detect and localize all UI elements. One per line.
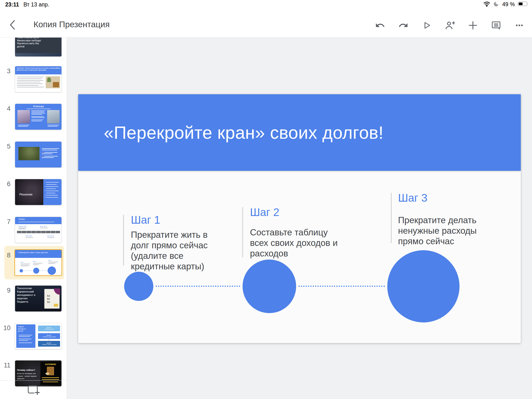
step3-label[interactable]: Шаг 3 <box>398 192 427 204</box>
sidebar-bottom-divider <box>0 380 67 380</box>
thumb4-title: Команда <box>15 105 62 108</box>
thumb11-line: пришло! <box>17 377 37 380</box>
step1-circle[interactable] <box>124 272 153 301</box>
thumb4-photo-left <box>18 110 30 123</box>
thumb10-box-1: ДИАЛОГ с близким кругом <box>38 326 60 331</box>
slide-thumbnail-8-selected[interactable]: «Перекройте кран» своих долгов! Шаг 1 Ша… <box>14 249 62 276</box>
slide-number-10: 10 <box>2 324 11 332</box>
back-button[interactable] <box>7 18 18 32</box>
slide-thumbnail-11[interactable]: Почему сейчас? Если ты читаешь эти строк… <box>15 360 62 386</box>
toolbar-actions <box>375 20 525 31</box>
slide-number-6: 6 <box>2 180 11 188</box>
thumb9-book-text: ka <box>47 294 50 297</box>
thumb10-box-2: ДИАЛОГ с банком и кредиторами <box>38 333 60 339</box>
step2-text[interactable]: Составьте таблицу всех своих доходов и р… <box>250 227 337 259</box>
thumb7-label: Июль 2021 <box>47 235 54 237</box>
slide-title-text: «Перекройте кран» своих долгов! <box>78 122 383 143</box>
thumb11-book <box>47 367 54 375</box>
thumb11-line: Если ты читаешь эти <box>17 373 37 375</box>
step3-text[interactable]: Прекратите делать ненужные расходы прямо… <box>398 215 477 247</box>
thumb10-left-panel: Модель выхода из долгов <box>16 324 35 348</box>
document-title: Копия Презентация <box>33 20 110 29</box>
thumb11-line: строки - значит время <box>17 375 37 378</box>
slide-thumbnail-4[interactable]: Команда <box>15 104 62 130</box>
overflow-menu-icon[interactable] <box>514 20 525 31</box>
thumb11-callout-panel: ЗАПОМНИ! <box>40 362 61 385</box>
slide-number-7: 7 <box>2 218 11 226</box>
thumb7-label: Январь 2021 <box>19 226 26 227</box>
slide-thumbnail-3[interactable]: Проблема: Объем плохих долгов по ипотеке… <box>15 66 62 92</box>
current-slide[interactable]: «Перекройте кран» своих долгов! Шаг 1 Пр… <box>78 94 521 343</box>
thumb4-photo-right <box>47 110 60 123</box>
slide-thumbnail-9[interactable]: Технологии: Кармический менеджмент и вед… <box>15 285 62 312</box>
battery-icon <box>518 1 529 8</box>
status-date: Вт 13 апр. <box>23 1 49 8</box>
share-add-person-icon[interactable] <box>444 20 455 31</box>
thumb9-line: ведение <box>17 297 35 300</box>
undo-icon[interactable] <box>375 20 386 31</box>
thumb8-circle-1 <box>20 269 23 272</box>
thumb8-circle-3 <box>48 266 56 275</box>
thumb2-line: Научиться жить без <box>17 42 41 45</box>
slide-number-4: 4 <box>2 105 11 112</box>
add-slide-button[interactable] <box>27 384 40 396</box>
thumb2-line: Финансовая свобода/ <box>17 39 41 42</box>
step1-label[interactable]: Шаг 1 <box>131 214 160 226</box>
header-divider <box>0 37 532 38</box>
thumb10-box-3: ДИАЛОГ с самим с собой и группой <box>38 341 60 347</box>
slide-filmstrip[interactable]: Наша главная цель: Финансовая свобода/ Н… <box>0 38 67 399</box>
slide-thumbnail-10[interactable]: Модель выхода из долгов ДИАЛОГ с близким… <box>15 323 62 349</box>
slide-thumbnail-2[interactable]: Наша главная цель: Финансовая свобода/ Н… <box>15 38 62 57</box>
comments-icon[interactable] <box>491 20 502 31</box>
wifi-icon <box>483 1 490 8</box>
thumb10-title: Модель выхода из долгов <box>16 324 35 333</box>
thumb7-month-strip <box>17 231 60 233</box>
app-header: 23:11 Вт 13 апр. 49 % Копия Презентация <box>0 0 532 38</box>
step2-circle[interactable] <box>243 260 296 313</box>
step2-label[interactable]: Шаг 2 <box>250 206 279 218</box>
slide-number-11: 11 <box>2 362 11 369</box>
step3-divider <box>391 193 392 243</box>
present-icon[interactable] <box>421 20 432 31</box>
status-time: 23:11 <box>5 1 19 8</box>
thumb8-circle-2 <box>33 268 39 274</box>
insert-plus-icon[interactable] <box>467 20 478 31</box>
redo-icon[interactable] <box>398 20 409 31</box>
thumb11-callout: ЗАПОМНИ! <box>40 363 61 366</box>
thumb2-line: Наша главная цель: <box>17 38 41 39</box>
thumb7-title: Этапы <box>15 217 62 220</box>
slide-thumbnail-5[interactable] <box>15 141 62 168</box>
editor-canvas[interactable]: «Перекройте кран» своих долгов! Шаг 1 Пр… <box>67 38 532 399</box>
thumb8-step: Шаг 3 <box>48 260 59 261</box>
thumb6-title: Решение <box>19 193 32 196</box>
thumb9-line: Технологии: <box>17 287 35 290</box>
step1-text[interactable]: Прекратите жить в долг прямо сейчас (уда… <box>131 230 208 272</box>
thumb3-header: Проблема: Объем плохих долгов по ипотеке… <box>15 66 62 72</box>
step1-divider <box>123 215 124 266</box>
thumb6-photo: Решение <box>15 179 43 205</box>
slide-number-8: 8 <box>2 252 11 259</box>
thumb7-label: Июнь 2021 <box>40 226 47 227</box>
slide-thumbnail-6[interactable]: Решение 1 2 3 4 5 <box>15 179 62 205</box>
thumb8-step: Шаг 1 <box>21 261 31 263</box>
thumb8-title: «Перекройте кран» своих долгов! <box>15 250 62 253</box>
status-bar: 23:11 Вт 13 апр. 49 % <box>0 0 532 8</box>
connector-dots-1 <box>156 286 240 287</box>
slide-number-9: 9 <box>2 287 11 294</box>
moon-icon <box>493 1 500 8</box>
thumb5-photo <box>19 147 39 160</box>
connector-dots-2 <box>298 286 385 287</box>
slide-title-banner[interactable]: «Перекройте кран» своих долгов! <box>78 94 521 171</box>
slide-number-5: 5 <box>2 143 11 150</box>
thumb9-book-text: ke <box>47 297 50 300</box>
thumb7-label: Март 2021 <box>25 235 32 237</box>
thumb8-step: Шаг 2 <box>33 261 44 262</box>
thumb2-line: долгов <box>17 45 41 48</box>
thumb9-kakebo-book: ka ke bo <box>44 289 60 309</box>
thumb9-book-text: bo <box>47 300 50 304</box>
step3-circle[interactable] <box>387 250 460 323</box>
slide-number-3: 3 <box>2 67 11 75</box>
thumb11-title: Почему сейчас? <box>17 369 35 371</box>
slide-thumbnail-7[interactable]: Этапы Январь 2021 Июнь 2021 Март 2021 Ию… <box>15 217 62 243</box>
step2-divider <box>242 207 243 257</box>
